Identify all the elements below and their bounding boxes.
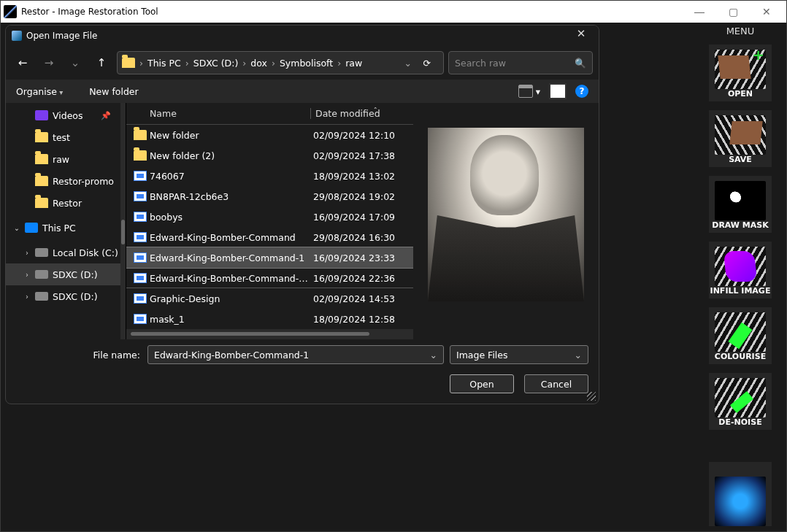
tree-item[interactable]: ›raw (6, 148, 126, 170)
minimize-button[interactable]: — (683, 1, 716, 23)
chevron-down-icon[interactable]: ⌄ (575, 350, 582, 361)
open-file-dialog: Open Image File ✕ ← → ⌄ ↑ › This PC› SDX… (5, 25, 599, 404)
image-file-icon (134, 273, 147, 283)
search-input[interactable]: Search raw 🔍 (448, 51, 593, 74)
breadcrumb[interactable]: › This PC› SDXC (D:)› dox› Symbolisoft› … (117, 51, 444, 74)
menu-panel: MENU + OPEN SAVE DRAW MASK INFILL IMAGE … (694, 23, 786, 531)
disk-icon (35, 292, 48, 301)
image-file-icon (134, 212, 147, 222)
app-titlebar[interactable]: Restor - Image Restoration Tool — ▢ ✕ (1, 1, 786, 23)
table-row[interactable]: mask_118/09/2024 12:58 (126, 309, 413, 329)
tree-item[interactable]: ›Restor (6, 192, 126, 214)
disk-icon (35, 248, 48, 257)
filename-label: File name: (16, 350, 142, 361)
tree-drive[interactable]: ›SDXC (D:) (6, 285, 126, 307)
tree-this-pc[interactable]: ⌄ This PC (6, 217, 126, 239)
folder-icon (35, 198, 48, 208)
view-mode-button[interactable]: ▾ (518, 85, 540, 98)
image-file-icon (134, 293, 147, 304)
folder-icon (35, 176, 48, 186)
menu-open[interactable]: + OPEN (709, 45, 772, 101)
maximize-button[interactable]: ▢ (716, 1, 750, 23)
cancel-button[interactable]: Cancel (524, 374, 588, 393)
nav-forward-button[interactable]: → (38, 52, 60, 74)
menu-draw-mask[interactable]: DRAW MASK (709, 176, 772, 233)
close-window-button[interactable]: ✕ (750, 1, 783, 23)
menu-save[interactable]: SAVE (709, 110, 772, 167)
dialog-icon (12, 31, 22, 41)
chevron-down-icon[interactable]: ⌄ (430, 350, 437, 361)
refresh-button[interactable]: ⟳ (415, 58, 439, 69)
nav-up-button[interactable]: ↑ (91, 52, 112, 74)
resize-grip[interactable] (587, 392, 596, 401)
breadcrumb-dropdown[interactable]: ⌄ (404, 58, 413, 69)
tree-item[interactable]: ›test (6, 126, 126, 148)
list-h-scrollbar[interactable] (126, 329, 413, 339)
list-header[interactable]: Nameˆ Date modified (126, 103, 413, 125)
help-button[interactable]: ? (575, 85, 588, 98)
table-row[interactable]: Edward-King-Bomber-Command-1-proc...16/0… (126, 268, 413, 288)
tree-item[interactable]: ›Videos📌 (6, 104, 126, 126)
folder-icon (134, 150, 147, 161)
dialog-close-button[interactable]: ✕ (569, 27, 593, 45)
folder-icon (35, 154, 48, 164)
filename-field[interactable]: Edward-King-Bomber-Command-1 ⌄ (147, 345, 444, 364)
table-row[interactable]: New folder02/09/2024 12:10 (126, 125, 413, 145)
folder-tree[interactable]: ›Videos📌›test›raw›Restor-promo›Restor ⌄ … (6, 103, 126, 339)
preview-image (428, 128, 584, 301)
image-file-icon (134, 191, 147, 201)
table-row[interactable]: boobys16/09/2024 17:09 (126, 207, 413, 227)
filetype-select[interactable]: Image Files ⌄ (450, 345, 588, 364)
image-file-icon (134, 171, 147, 181)
table-row[interactable]: 74606718/09/2024 13:02 (126, 166, 413, 186)
search-placeholder: Search raw (455, 58, 506, 69)
folder-icon (134, 130, 147, 140)
disk-icon (35, 270, 48, 279)
nav-back-button[interactable]: ← (12, 52, 34, 74)
preview-pane-button[interactable] (550, 85, 565, 98)
table-row[interactable]: Edward-King-Bomber-Command29/08/2024 16:… (126, 227, 413, 247)
dialog-footer: File name: Edward-King-Bomber-Command-1 … (6, 339, 599, 404)
file-list-area: Nameˆ Date modified New folder02/09/2024… (126, 103, 599, 339)
open-button[interactable]: Open (450, 374, 514, 393)
nav-recent-button[interactable]: ⌄ (64, 52, 86, 74)
table-row[interactable]: Edward-King-Bomber-Command-116/09/2024 2… (126, 247, 413, 268)
dialog-toolbar: Organise New folder ▾ ? (6, 80, 599, 103)
menu-colourise[interactable]: COLOURISE (709, 307, 772, 364)
app-window: Restor - Image Restoration Tool — ▢ ✕ ME… (0, 0, 787, 532)
menu-header: MENU (694, 23, 786, 40)
tree-drive[interactable]: ›Local Disk (C:) (6, 242, 126, 263)
tree-item[interactable]: ›Restor-promo (6, 170, 126, 192)
image-file-icon (134, 232, 147, 242)
dialog-titlebar[interactable]: Open Image File ✕ (6, 26, 599, 46)
image-file-icon (134, 314, 147, 324)
tree-drive[interactable]: ›SDXC (D:) (6, 263, 126, 285)
tree-scrollbar[interactable] (120, 103, 126, 339)
image-file-icon (134, 252, 147, 263)
app-icon (4, 5, 17, 18)
preview-pane (413, 103, 599, 339)
folder-icon (122, 58, 135, 68)
table-row[interactable]: New folder (2)02/09/2024 17:38 (126, 145, 413, 166)
dialog-title: Open Image File (26, 31, 97, 41)
search-icon: 🔍 (575, 58, 586, 69)
menu-infill-image[interactable]: INFILL IMAGE (709, 242, 772, 298)
menu-denoise[interactable]: DE-NOISE (709, 373, 772, 430)
folder-icon (35, 110, 48, 120)
organise-button[interactable]: Organise (16, 86, 63, 97)
table-row[interactable]: Graphic-Design02/09/2024 14:53 (126, 288, 413, 309)
pc-icon (25, 223, 38, 233)
app-title: Restor - Image Restoration Tool (21, 7, 158, 17)
menu-logo[interactable] (709, 462, 772, 526)
dialog-nav: ← → ⌄ ↑ › This PC› SDXC (D:)› dox› Symbo… (6, 46, 599, 80)
new-folder-button[interactable]: New folder (89, 86, 139, 97)
table-row[interactable]: BN8PAR-12cb6e329/08/2024 19:02 (126, 186, 413, 207)
folder-icon (35, 132, 48, 142)
